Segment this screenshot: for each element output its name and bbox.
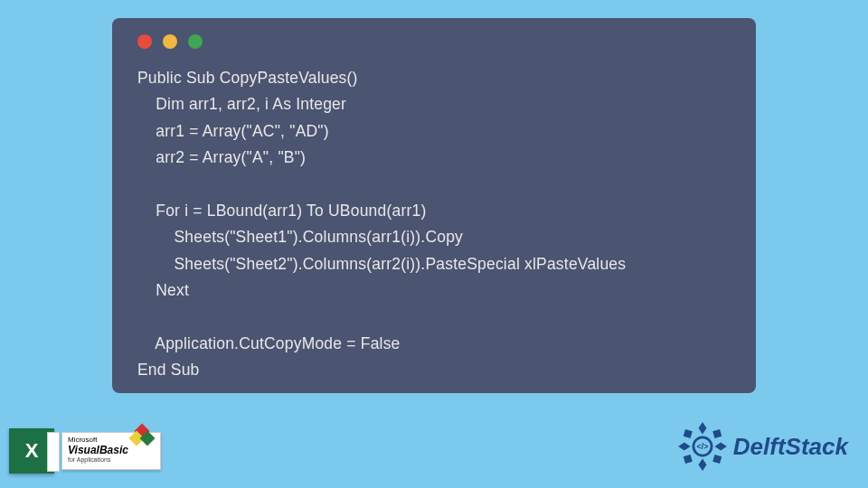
excel-letter: X	[25, 439, 39, 463]
svg-marker-6	[684, 455, 693, 464]
svg-text:</>: </>	[696, 442, 708, 451]
vb-cubes-icon	[131, 426, 156, 447]
svg-marker-0	[698, 422, 706, 434]
visual-basic-badge: Microsoft VisualBasic for Applications	[61, 432, 161, 470]
svg-marker-5	[712, 429, 722, 438]
vb-line-subtitle: for Applications	[68, 456, 155, 464]
code-block: Public Sub CopyPasteValues() Dim arr1, a…	[130, 65, 738, 384]
code-line: End Sub	[137, 361, 200, 379]
maximize-dot-icon	[188, 34, 203, 49]
window-traffic-lights	[137, 34, 738, 49]
minimize-dot-icon	[163, 34, 177, 49]
close-dot-icon	[137, 34, 152, 49]
excel-icon: X	[9, 428, 54, 474]
code-line: Public Sub CopyPasteValues()	[137, 69, 358, 87]
code-line: Next	[137, 281, 189, 299]
svg-marker-1	[698, 458, 706, 470]
code-line: arr2 = Array("A", "B")	[137, 148, 306, 166]
code-line: Sheets("Sheet1").Columns(arr1(i)).Copy	[137, 228, 463, 246]
svg-marker-3	[714, 443, 726, 451]
code-line: Sheets("Sheet2").Columns(arr2(i)).PasteS…	[137, 255, 626, 273]
delftstack-logo-icon: </>	[677, 421, 728, 472]
code-line: Dim arr1, arr2, i As Integer	[137, 95, 346, 113]
svg-marker-4	[684, 429, 693, 438]
code-line: arr1 = Array("AC", "AD")	[137, 122, 329, 140]
delftstack-text: DelftStack	[733, 433, 848, 461]
delftstack-brand: </> DelftStack	[677, 421, 848, 472]
code-line: For i = LBound(arr1) To UBound(arr1)	[137, 202, 426, 220]
svg-marker-2	[678, 443, 690, 451]
code-window: Public Sub CopyPasteValues() Dim arr1, a…	[112, 18, 756, 393]
footer-left: X Microsoft VisualBasic for Applications	[9, 428, 161, 474]
svg-marker-7	[712, 455, 722, 464]
code-line: Application.CutCopyMode = False	[137, 334, 401, 352]
